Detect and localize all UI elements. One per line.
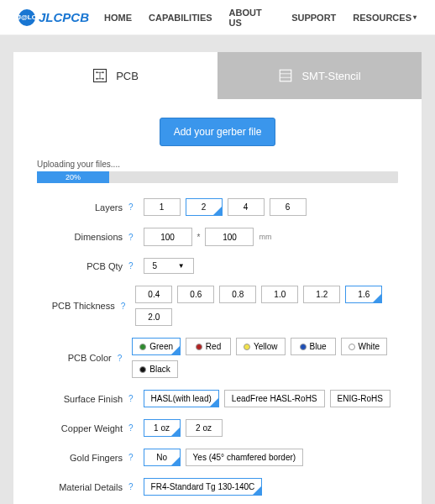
label-dimensions: Dimensions [37,232,126,242]
option-blue[interactable]: Blue [291,338,336,355]
tabs: PCB SMT-Stencil [13,52,422,99]
qty-select[interactable]: 5 ▼ [144,258,194,274]
label-qty: PCB Qty [37,261,126,271]
option[interactable]: 1.0 [261,286,298,303]
label-copper: Copper Weight [37,423,126,433]
tab-pcb[interactable]: PCB [13,52,218,99]
option[interactable]: 4 [228,198,265,216]
order-form: Layers ? 1246 Dimensions ? * mm PCB Qty … [13,198,422,504]
row-gold: Gold Fingers ? NoYes (45° chamfered bord… [37,449,398,466]
row-dimensions: Dimensions ? * mm [37,228,398,246]
option[interactable]: FR4-Standard Tg 130-140C [144,478,263,496]
label-material: Material Details [37,482,126,492]
dimension-width-input[interactable] [144,228,192,246]
help-icon[interactable]: ? [128,233,134,242]
brand-text: JLCPCB [39,10,89,24]
color-swatch-icon [349,344,355,350]
gold-options: NoYes (45° chamfered border) [144,449,304,466]
upload-progress: Uploading your files.... 20% [37,160,398,183]
row-thickness: PCB Thickness ? 0.40.60.81.01.21.62.0 [37,286,398,326]
option[interactable]: ENIG-RoHS [330,390,390,407]
option-white[interactable]: White [341,338,388,355]
pcb-icon [92,68,107,83]
row-color: PCB Color ? GreenRedYellowBlueWhiteBlack [37,338,398,378]
dim-separator: * [197,233,201,242]
option[interactable]: 0.6 [177,286,214,303]
row-surface: Surface Finish ? HASL(with lead)LeadFree… [37,390,398,407]
nav-about[interactable]: ABOUT US [229,8,275,28]
option[interactable]: 0.4 [135,286,172,303]
help-icon[interactable]: ? [128,482,134,491]
color-swatch-icon [244,344,250,350]
chevron-down-icon: ▼ [178,262,185,270]
material-options: FR4-Standard Tg 130-140C [144,478,263,496]
option[interactable]: 6 [270,198,307,216]
option[interactable]: 1.6 [345,286,382,303]
dimension-height-input[interactable] [205,228,254,246]
option[interactable]: Yes (45° chamfered border) [186,449,304,466]
row-qty: PCB Qty ? 5 ▼ [37,258,398,274]
option-red[interactable]: Red [186,338,231,355]
nav-support[interactable]: SUPPORT [291,8,336,28]
order-panel: PCB SMT-Stencil Add your gerber file Upl… [13,52,422,504]
label-gold: Gold Fingers [37,453,126,463]
surface-options: HASL(with lead)LeadFree HASL-RoHSENIG-Ro… [144,390,390,407]
help-icon[interactable]: ? [128,453,134,462]
stencil-icon [278,68,293,83]
label-layers: Layers [37,202,126,213]
option[interactable]: 2 [186,198,223,216]
svg-rect-5 [280,70,292,81]
topbar: J@LC JLCPCB HOME CAPABILITIES ABOUT US S… [0,0,435,35]
option[interactable]: 2 oz [186,419,223,437]
uploading-text: Uploading your files.... [37,160,398,169]
color-swatch-icon [300,344,307,350]
option-yellow[interactable]: Yellow [236,338,286,355]
option[interactable]: No [144,449,181,466]
color-swatch-icon [196,344,202,350]
row-layers: Layers ? 1246 [37,198,398,216]
option-black[interactable]: Black [132,360,177,378]
layers-options: 1246 [144,198,307,216]
color-swatch-icon [139,344,146,350]
color-options: GreenRedYellowBlueWhiteBlack [132,338,398,378]
label-color: PCB Color [37,353,115,363]
option-green[interactable]: Green [132,338,181,355]
add-gerber-button[interactable]: Add your gerber file [160,118,276,146]
nav-home[interactable]: HOME [104,8,132,28]
progress-bar: 20% [37,171,398,183]
logo-icon: J@LC [18,9,35,26]
label-surface: Surface Finish [37,394,126,404]
help-icon[interactable]: ? [121,302,126,311]
option[interactable]: HASL(with lead) [144,390,219,407]
label-thickness: PCB Thickness [37,301,118,311]
tab-pcb-label: PCB [116,70,139,82]
help-icon[interactable]: ? [128,423,134,433]
nav-resources[interactable]: RESOURCES ▾ [353,8,417,28]
option[interactable]: 0.8 [219,286,256,303]
option[interactable]: 1.2 [303,286,340,303]
help-icon[interactable]: ? [118,354,123,363]
thickness-options: 0.40.60.81.01.21.62.0 [135,286,398,326]
copper-options: 1 oz2 oz [144,419,223,437]
tab-stencil-label: SMT-Stencil [301,70,360,82]
nav-capabilities[interactable]: CAPABILITIES [149,8,212,28]
qty-value: 5 [153,261,158,270]
option[interactable]: 1 [144,198,181,216]
nav: HOME CAPABILITIES ABOUT US SUPPORT RESOU… [104,8,417,28]
help-icon[interactable]: ? [128,202,134,212]
progress-fill: 20% [37,171,109,183]
tab-stencil[interactable]: SMT-Stencil [218,52,422,99]
row-material: Material Details ? FR4-Standard Tg 130-1… [37,478,398,496]
option[interactable]: 1 oz [144,419,181,437]
option[interactable]: LeadFree HASL-RoHS [224,390,325,407]
color-swatch-icon [139,366,146,373]
dimension-unit: mm [259,233,271,241]
help-icon[interactable]: ? [128,394,134,403]
logo[interactable]: J@LC JLCPCB [18,9,89,26]
option[interactable]: 2.0 [135,308,172,326]
row-copper: Copper Weight ? 1 oz2 oz [37,419,398,437]
chevron-down-icon: ▾ [413,13,417,21]
help-icon[interactable]: ? [128,261,134,270]
